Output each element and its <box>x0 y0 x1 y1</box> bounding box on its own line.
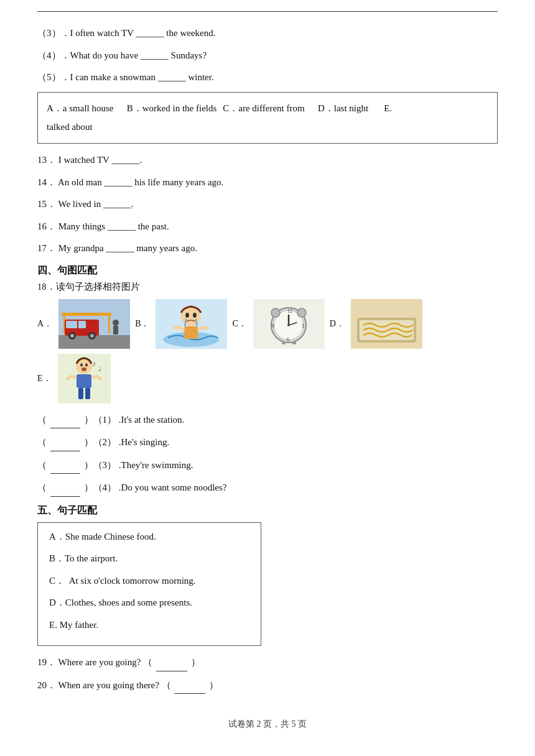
match-q4-paren-open: （ <box>37 482 47 492</box>
svg-rect-4 <box>108 316 110 333</box>
q3-text: （3）．I often watch TV ______ the weekend. <box>37 28 215 38</box>
question-17: 17． My grandpa ______ many years ago. <box>37 241 498 257</box>
question-13: 13． I watched TV ______. <box>37 152 498 168</box>
answer-box-line2: talked about <box>47 118 488 137</box>
q19-num: 19． <box>37 657 56 667</box>
question-3: （3）．I often watch TV ______ the weekend. <box>37 25 498 42</box>
svg-rect-13 <box>113 326 118 334</box>
answer-box-1: A．a small house B．worked in the fields C… <box>37 92 498 144</box>
match-q4: （ ）（4） .Do you want some noodles? <box>37 480 498 497</box>
answer-d: D．last night <box>311 99 369 118</box>
label-c: C． <box>232 318 246 330</box>
svg-text:12: 12 <box>287 308 292 314</box>
question-15: 15． We lived in ______. <box>37 196 498 213</box>
q15-text: We lived in ______. <box>58 199 133 209</box>
match-q1-text: .It's at the station. <box>119 415 185 425</box>
q13-text: I watched TV ______. <box>58 155 142 165</box>
label-e: E． <box>37 373 52 384</box>
numbered-questions: 13． I watched TV ______. 14． An old man … <box>37 152 498 257</box>
label-d: D． <box>330 318 345 330</box>
images-row-e: E． ♪ ♩ <box>37 354 498 403</box>
svg-rect-45 <box>78 388 83 399</box>
match-q1: （ ）（1） .It's at the station. <box>37 412 498 429</box>
q4-text: （4）．What do you have ______ Sundays? <box>37 50 207 60</box>
svg-point-12 <box>113 320 119 326</box>
q19-blank <box>156 655 187 671</box>
svg-point-31 <box>297 308 306 317</box>
section-4-heading: 四、句图匹配 <box>37 264 498 277</box>
match-q3-text: .They're swimming. <box>119 460 193 470</box>
q19-close: ） <box>191 657 200 667</box>
svg-rect-6 <box>66 321 77 328</box>
q20-close: ） <box>209 680 218 690</box>
svg-rect-32 <box>282 341 286 344</box>
match-q1-paren-open: （ <box>37 415 47 425</box>
answer-b: B．worked in the fields <box>119 99 216 118</box>
svg-point-17 <box>185 313 189 318</box>
image-crying-child <box>156 299 227 349</box>
answer-box-1-inner: A．a small house B．worked in the fields C… <box>47 99 488 118</box>
match-q1-blank <box>50 412 80 429</box>
svg-text:6: 6 <box>287 337 289 343</box>
q13-num: 13． <box>37 155 56 165</box>
section-5-questions: 19． Where are you going? （ ） 20． When ar… <box>37 655 498 694</box>
svg-point-40 <box>85 363 88 366</box>
svg-point-29 <box>287 324 290 326</box>
match-q3-paren-open: （ <box>37 460 47 470</box>
match-box-b: B．To the airport. <box>49 551 249 567</box>
question-5: （5）．I can make a snowman ______ winter. <box>37 70 498 86</box>
match-q2-text: .He's singing. <box>119 437 169 447</box>
q20-num: 20． <box>37 680 56 690</box>
answer-a: A．a small house <box>47 99 113 118</box>
match-questions-section: （ ）（1） .It's at the station. （ ）（2） .He'… <box>37 412 498 497</box>
match-box-c: C． At six o'clock tomorrow morning. <box>49 573 249 589</box>
image-alarm-clock: 12 3 6 9 <box>253 299 325 349</box>
svg-rect-19 <box>184 326 198 339</box>
q17-num: 17． <box>37 243 56 253</box>
fill-in-section: （3）．I often watch TV ______ the weekend.… <box>37 25 498 86</box>
match-box-d: D．Clothes, shoes and some presents. <box>49 595 249 611</box>
question-19: 19． Where are you going? （ ） <box>37 655 498 671</box>
q14-num: 14． <box>37 177 56 187</box>
section-5-match-box: A．She made Chinese food. B．To the airpor… <box>37 522 261 647</box>
match-q2-paren-open: （ <box>37 437 47 447</box>
q16-num: 16． <box>37 221 56 231</box>
svg-point-30 <box>271 308 280 317</box>
svg-point-11 <box>90 334 94 338</box>
label-b: B． <box>135 318 149 330</box>
svg-text:♩: ♩ <box>98 366 101 372</box>
image-bus-station <box>58 299 130 349</box>
footer-text: 试卷第 2 页，共 5 页 <box>228 719 307 729</box>
q20-blank <box>174 678 205 694</box>
svg-point-9 <box>70 334 74 338</box>
match-q3-blank <box>50 458 80 474</box>
svg-point-18 <box>193 313 197 318</box>
svg-text:3: 3 <box>302 323 304 329</box>
match-q3: （ ）（3） .They're swimming. <box>37 458 498 474</box>
svg-point-39 <box>80 363 83 366</box>
q20-text: When are you going there? （ <box>58 680 170 690</box>
match-box-e: E. My father. <box>49 617 249 634</box>
top-divider <box>37 11 498 12</box>
answer-c: C．are different from <box>223 99 304 118</box>
question-4: （4）．What do you have ______ Sundays? <box>37 48 498 64</box>
answer-e-text: talked about <box>47 122 93 132</box>
match-q4-paren-close: ）（4） <box>84 482 117 492</box>
svg-rect-33 <box>292 341 296 344</box>
svg-rect-46 <box>85 388 90 399</box>
images-row-abcd: A． B． <box>37 299 498 349</box>
q19-text: Where are you going? （ <box>58 657 152 667</box>
question-16: 16． Many things ______ the past. <box>37 219 498 235</box>
match-q4-blank <box>50 480 80 497</box>
q5-text: （5）．I can make a snowman ______ winter. <box>37 72 214 82</box>
answer-e: E. <box>374 99 392 118</box>
match-q3-paren-close: ）（3） <box>84 460 117 470</box>
q16-text: Many things ______ the past. <box>58 221 169 231</box>
match-q4-text: .Do you want some noodles? <box>119 482 227 492</box>
q15-num: 15． <box>37 199 56 209</box>
svg-point-41 <box>81 367 86 371</box>
svg-rect-42 <box>77 374 91 388</box>
image-singing-boy: ♪ ♩ <box>58 354 111 403</box>
match-q2-paren-close: ）（2） <box>84 437 117 447</box>
match-q1-paren-close: ）（1） <box>84 415 117 425</box>
